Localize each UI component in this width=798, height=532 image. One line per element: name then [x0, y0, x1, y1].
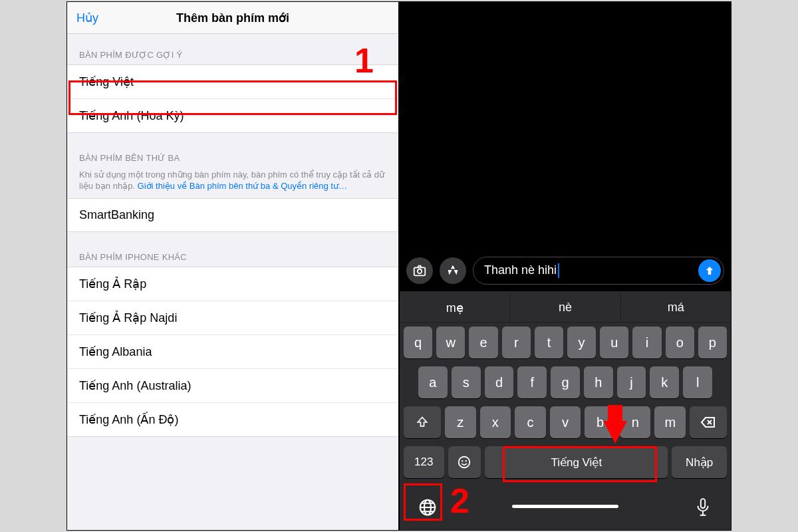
key-r[interactable]: r [502, 327, 531, 358]
arrow-up-icon [704, 265, 716, 277]
key-k[interactable]: k [650, 366, 679, 398]
globe-icon [418, 497, 438, 517]
keyboard-option[interactable]: Tiếng Anh (Australia) [67, 368, 398, 403]
appstore-icon [446, 263, 460, 278]
key-v[interactable]: v [550, 406, 581, 438]
messages-screen: Thanh nè hihi mẹ nè má q w e r t y u i [399, 1, 732, 531]
appstore-button[interactable] [440, 257, 466, 284]
home-indicator [512, 505, 618, 508]
key-f[interactable]: f [517, 366, 547, 398]
nav-bar: Hủy Thêm bàn phím mới [67, 2, 398, 34]
compose-bar: Thanh nè hihi [400, 251, 731, 291]
shift-key[interactable] [404, 406, 441, 438]
privacy-link[interactable]: Giới thiệu về Bàn phím bên thứ ba & Quyề… [138, 181, 347, 191]
key-p[interactable]: p [698, 327, 727, 358]
shift-icon [416, 416, 429, 429]
page-title: Thêm bàn phím mới [67, 11, 398, 25]
suggestion[interactable]: má [620, 294, 731, 322]
backspace-icon [700, 416, 716, 429]
backspace-key[interactable] [690, 406, 727, 438]
keyboard-option[interactable]: Tiếng Albania [67, 334, 398, 369]
key-m[interactable]: m [654, 406, 686, 438]
keyboard-option-smartbanking[interactable]: SmartBanking [67, 198, 398, 232]
spacebar[interactable]: Tiếng Việt [485, 446, 668, 478]
camera-icon [412, 263, 427, 278]
key-j[interactable]: j [617, 366, 646, 398]
globe-button[interactable] [409, 489, 446, 526]
key-o[interactable]: o [666, 327, 694, 358]
key-l[interactable]: l [683, 366, 712, 398]
chat-area [400, 2, 731, 251]
key-q[interactable]: q [404, 327, 432, 358]
key-a[interactable]: a [418, 366, 448, 398]
message-input[interactable]: Thanh nè hihi [473, 257, 724, 285]
section-other-header: BÀN PHÍM IPHONE KHÁC [67, 232, 398, 267]
key-z[interactable]: z [445, 406, 476, 438]
keyboard-option[interactable]: Tiếng Anh (Ấn Độ) [67, 402, 398, 437]
key-d[interactable]: d [485, 366, 514, 398]
arrow-icon [603, 421, 627, 444]
numbers-key[interactable]: 123 [404, 446, 444, 478]
key-g[interactable]: g [551, 366, 580, 398]
send-button[interactable] [698, 259, 721, 282]
return-key[interactable]: Nhập [672, 446, 727, 478]
key-w[interactable]: w [436, 327, 465, 358]
key-h[interactable]: h [584, 366, 613, 398]
keyboard-option[interactable]: Tiếng Ả Rập [67, 267, 398, 301]
key-e[interactable]: e [469, 327, 497, 358]
keyboard-option-tieng-viet[interactable]: Tiếng Việt [67, 65, 398, 99]
key-i[interactable]: i [632, 327, 661, 358]
microphone-icon [694, 497, 712, 517]
svg-rect-7 [701, 499, 705, 508]
key-y[interactable]: y [567, 327, 596, 358]
key-t[interactable]: t [535, 327, 563, 358]
keyboard-option[interactable]: Tiếng Ả Rập Najdi [67, 301, 398, 335]
svg-point-3 [462, 460, 463, 462]
svg-point-4 [466, 460, 467, 462]
suggestion[interactable]: nè [509, 294, 620, 322]
step-1-label: 1 [354, 41, 374, 80]
step-2-label: 2 [450, 481, 469, 521]
key-c[interactable]: c [515, 406, 546, 438]
keyboard-option-english-us[interactable]: Tiếng Anh (Hoa Kỳ) [67, 98, 398, 133]
dictation-button[interactable] [684, 497, 722, 517]
section-thirdparty-desc: Khi sử dụng một trong những bàn phím này… [67, 168, 398, 199]
section-suggested-header: BÀN PHÍM ĐƯỢC GỢI Ý [67, 34, 398, 65]
key-s[interactable]: s [452, 366, 481, 398]
svg-point-1 [418, 269, 422, 273]
key-u[interactable]: u [600, 327, 628, 358]
text-caret [558, 263, 559, 278]
cancel-button[interactable]: Hủy [76, 11, 98, 25]
section-thirdparty-header: BÀN PHÍM BÊN THỨ BA [67, 133, 398, 168]
settings-screen: Hủy Thêm bàn phím mới BÀN PHÍM ĐƯỢC GỢI … [66, 1, 399, 531]
suggestion-bar: mẹ nè má [400, 294, 731, 323]
onscreen-keyboard: mẹ nè má q w e r t y u i o p a s d f [400, 291, 731, 530]
emoji-icon [457, 455, 471, 469]
emoji-key[interactable] [448, 446, 481, 478]
suggestion[interactable]: mẹ [400, 294, 509, 322]
svg-point-2 [459, 457, 470, 468]
key-x[interactable]: x [480, 406, 511, 438]
camera-button[interactable] [406, 257, 433, 284]
